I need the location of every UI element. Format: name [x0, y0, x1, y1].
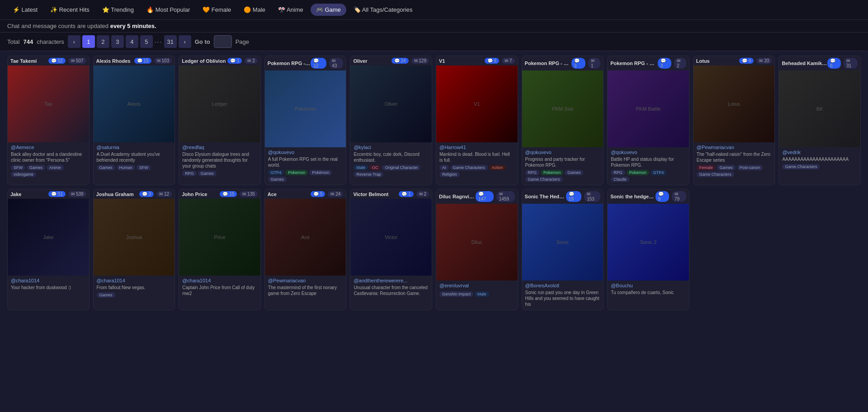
nav-item-most-popular[interactable]: 🔥 Most Popular — [141, 4, 195, 16]
card-author[interactable]: @Harrow41 — [439, 145, 514, 150]
tag-game-characters[interactable]: Game Characters — [697, 172, 734, 177]
card-lotus[interactable]: Lotus💬 4✉ 20Lotus@PewmariacvanThe "half-… — [693, 56, 775, 185]
nav-item-game[interactable]: 🎮 Game — [311, 4, 346, 16]
card-header: Pokemon RPG - Battl💬 3✉ 2 — [608, 56, 689, 70]
card-jake[interactable]: Jake💬 51✉ 539Jake@chara1014Your hacker f… — [7, 189, 90, 310]
tag-oc[interactable]: OC — [369, 165, 381, 170]
tag-sfw[interactable]: SFW — [137, 165, 151, 170]
nav-item-all-tags[interactable]: 🏷️ All Tags/Categories — [348, 4, 418, 16]
tag-rpg[interactable]: RPG — [182, 171, 197, 176]
card-name: Joshua Graham — [96, 192, 134, 197]
card-author[interactable]: @vedrik — [782, 150, 857, 155]
tag-game-characters[interactable]: Game Characters — [450, 165, 488, 170]
tag-pokemon[interactable]: Pokemon — [285, 170, 308, 175]
card-image: Oliver — [350, 66, 432, 142]
nav-item-female[interactable]: 🧡 Female — [197, 4, 236, 16]
card-author[interactable]: @Pewmariacvan — [697, 145, 772, 150]
card-pokemon-rpg---n...[interactable]: Pokemon RPG - N...💬 12✉ 43Pokemon@qokuve… — [264, 56, 347, 185]
goto-input[interactable] — [214, 35, 232, 48]
card-ace[interactable]: Ace💬 5✉ 24Ace@PewmariacvanThe mastermind… — [264, 189, 347, 310]
card-name: Beheaded Kamikaz... — [782, 61, 827, 66]
card-author[interactable]: @qokuvevo — [268, 150, 343, 155]
card-oliver[interactable]: Oliver💬 24✉ 129Oliver@kylaciEccentric bo… — [350, 56, 432, 185]
card-tae-takemi[interactable]: Tae Takemi💬 52✉ 507Tae@AemeceBack alley … — [7, 56, 90, 185]
tag-rpg[interactable]: RPG — [611, 170, 625, 175]
card-body: @vedrikAAAAAAAAAAAAAAAAAAAAAAGame Charac… — [779, 147, 860, 172]
card-author[interactable]: @qokuvevo — [525, 150, 600, 155]
tag-genshin-impact[interactable]: Genshin Impact — [439, 291, 473, 297]
tag-videogame[interactable]: videogame — [11, 172, 36, 177]
card-victor-belmont[interactable]: Victor Belmont💬 1✉ 2Victor@andthentherew… — [350, 189, 432, 310]
card-author[interactable]: @qokuvevo — [611, 150, 686, 155]
page-btn-3[interactable]: 3 — [111, 35, 124, 48]
tag-games[interactable]: Games — [198, 171, 217, 176]
tag-game-characters[interactable]: Game Characters — [525, 177, 563, 182]
card-author[interactable]: @chara1014 — [97, 278, 172, 283]
tag-male[interactable]: Male — [475, 291, 489, 297]
tag-pokemon[interactable]: Pokemon — [627, 170, 649, 175]
card-author[interactable]: @Aemece — [11, 145, 86, 150]
tag-human[interactable]: Human — [117, 165, 135, 170]
prev-page-btn[interactable]: ‹ — [68, 35, 80, 48]
nav-item-latest[interactable]: ⚡ Latest — [7, 4, 43, 16]
card-body: @reedfaqDisco Elysium dialogue trees and… — [179, 142, 260, 179]
tag-anime[interactable]: Anime — [47, 165, 64, 170]
tag-games[interactable]: Games — [717, 165, 736, 170]
card-diluc-ragnvinc...[interactable]: Diluc Ragnvinc...💬 147✉ 1459Diluc@erenlu… — [436, 189, 518, 310]
card-image: Price — [179, 199, 260, 276]
card-author[interactable]: @saturnia — [97, 145, 172, 150]
tag-reverse-trap[interactable]: Reverse Trap — [354, 172, 383, 177]
tag-pokémon[interactable]: Pokémon — [309, 170, 332, 175]
tag-ai[interactable]: AI — [439, 165, 449, 170]
tag-games[interactable]: Games — [565, 170, 583, 175]
tag-original-character[interactable]: Original Character — [382, 165, 420, 170]
card-author[interactable]: @andthentherewerere... — [354, 278, 429, 283]
card-author[interactable]: @Bouchu — [611, 283, 686, 288]
tag-action[interactable]: Action — [489, 165, 506, 170]
nav-item-recent-hits[interactable]: ✨ Recent Hits — [45, 4, 95, 16]
tag-female[interactable]: Female — [697, 165, 716, 170]
page-btn-31[interactable]: 31 — [164, 35, 177, 48]
card-sonic-the-hedgehog[interactable]: Sonic the hedgehog💬 9✉ 79Sonic 2@BouchuT… — [607, 189, 689, 310]
tag-male[interactable]: Male — [354, 165, 368, 170]
card-v1[interactable]: V1💬 6✉ 7V1@Harrow41Mankind is dead. Bloo… — [436, 56, 518, 185]
card-author[interactable]: @chara1014 — [182, 278, 257, 283]
card-pokemon-rpg---battl[interactable]: Pokemon RPG - Battl💬 3✉ 2PKM Battle@qoku… — [607, 56, 689, 185]
next-page-btn[interactable]: › — [179, 35, 191, 48]
page-btn-4[interactable]: 4 — [126, 35, 138, 48]
nav-item-anime[interactable]: 🎌 Anime — [273, 4, 309, 16]
card-beheaded-kamikaz...[interactable]: Beheaded Kamikaz...💬 6✉ 31BK@vedrikAAAAA… — [778, 56, 861, 185]
card-author[interactable]: @erenluvrval — [439, 283, 514, 288]
card-ledger-of-oblivion[interactable]: Ledger of Oblivion💬 1✉ 2Ledger@reedfaqDi… — [179, 56, 261, 185]
tag-pokemon[interactable]: Pokemon — [541, 170, 563, 175]
card-joshua-graham[interactable]: Joshua Graham💬 3✉ 12Joshua@chara1014From… — [93, 189, 175, 310]
card-image: Ace — [265, 199, 346, 276]
tag-rpg[interactable]: RPG — [525, 170, 540, 175]
tag-games[interactable]: Games — [27, 165, 45, 170]
card-author[interactable]: @chara1014 — [11, 278, 86, 283]
card-stats: 💬 9✉ 79 — [656, 191, 686, 202]
card-alexis-rhodes[interactable]: Alexis Rhodes💬 15✉ 103Alexis@saturniaA D… — [93, 56, 175, 185]
nav-item-male[interactable]: 🟠 Male — [238, 4, 271, 16]
card-author[interactable]: @reedfaq — [182, 145, 257, 150]
card-john-price[interactable]: John Price💬 15✉ 135Price@chara1014Captai… — [179, 189, 261, 310]
card-pokemon-rpg---stat[interactable]: Pokemon RPG - Stat💬 3✉ 1PKM Stat@qokuvev… — [522, 56, 604, 185]
tag-gtp4[interactable]: GTP4 — [651, 170, 667, 175]
tag-game-characters[interactable]: Game Characters — [782, 164, 820, 169]
nav-item-trending[interactable]: ⭐ Trending — [97, 4, 139, 16]
page-btn-5[interactable]: 5 — [140, 35, 153, 48]
tag-religion[interactable]: Religion — [439, 172, 460, 177]
page-btn-1[interactable]: 1 — [82, 35, 95, 48]
tag-games[interactable]: Games — [268, 177, 287, 182]
card-author[interactable]: @BonesAxolotl — [525, 283, 600, 288]
tag-gtp4[interactable]: GTP4 — [268, 170, 284, 175]
tag-post-canon[interactable]: Post-canon — [737, 165, 763, 170]
tag-claude[interactable]: Claude — [611, 177, 629, 182]
card-author[interactable]: @kylaci — [354, 145, 429, 150]
tag-games[interactable]: Games — [97, 292, 115, 298]
card-sonic-the-hedgh...[interactable]: Sonic The Hedgh...💬 19✉ 153Sonic@BonesAx… — [522, 189, 604, 310]
tag-games[interactable]: Games — [97, 165, 115, 170]
page-btn-2[interactable]: 2 — [97, 35, 109, 48]
card-author[interactable]: @Pewmariacvan — [268, 278, 343, 283]
tag-sfw[interactable]: SFW — [11, 165, 25, 170]
